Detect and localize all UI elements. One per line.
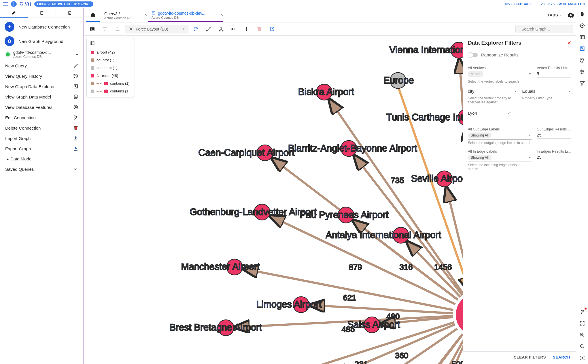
zoom-in-icon[interactable] bbox=[578, 331, 586, 339]
zoom-out-icon[interactable] bbox=[578, 343, 586, 350]
legend-swatch-icon bbox=[104, 90, 108, 93]
sliders-icon[interactable] bbox=[578, 68, 586, 75]
randomize-toggle[interactable] bbox=[468, 53, 478, 57]
svg-text:Biarritz-Anglet-Bayonne Airpor: Biarritz-Anglet-Bayonne Airport bbox=[288, 143, 417, 153]
graph-search-input[interactable] bbox=[521, 26, 572, 32]
filter-desc-icon bbox=[100, 24, 110, 34]
edge-icon[interactable] bbox=[229, 24, 239, 34]
close-icon[interactable]: × bbox=[143, 12, 149, 17]
filter-asc-icon bbox=[112, 24, 123, 34]
svg-text:Saiss Airport: Saiss Airport bbox=[347, 319, 400, 330]
new-graph-playground[interactable]: New Graph Playground bbox=[0, 34, 84, 48]
map-icon[interactable] bbox=[90, 41, 95, 46]
explorer-icon[interactable] bbox=[578, 45, 586, 52]
graph-canvas[interactable]: airport (42)country (1)continent (1)↻rou… bbox=[84, 36, 576, 364]
svg-text:Antalya International Airport: Antalya International Airport bbox=[326, 230, 441, 240]
menu-saved-queries[interactable]: Saved Queries bbox=[0, 164, 84, 174]
legend-swatch-icon bbox=[91, 90, 94, 93]
tabs-dropdown[interactable]: TABS bbox=[548, 13, 563, 17]
close-icon[interactable]: ✕ bbox=[567, 40, 571, 46]
tab-query3[interactable]: Query3 * Azure Cosmos DB × bbox=[101, 8, 147, 22]
svg-point-165 bbox=[581, 70, 582, 71]
vertex-property-select[interactable]: city bbox=[468, 88, 517, 95]
legend-item[interactable]: ▸contains (1) bbox=[87, 87, 134, 95]
changelog-link[interactable]: V3.0.0 - VIEW CHANGE LOG bbox=[540, 2, 585, 6]
clear-filters-button[interactable]: CLEAR FILTERS bbox=[514, 355, 546, 359]
svg-text:Pau Pyrenees Airport: Pau Pyrenees Airport bbox=[300, 209, 388, 220]
menu-icon[interactable] bbox=[3, 2, 8, 6]
sidebar: + New Database Connection New Graph Play… bbox=[0, 8, 84, 364]
star-icon bbox=[73, 105, 78, 110]
target-icon[interactable] bbox=[578, 22, 586, 29]
funnel-icon[interactable] bbox=[578, 79, 586, 87]
svg-point-6 bbox=[74, 95, 77, 96]
menu-export-graph[interactable]: Export Graph bbox=[0, 143, 84, 154]
tree-icon[interactable] bbox=[216, 24, 226, 34]
graph-search[interactable] bbox=[515, 25, 573, 33]
connection-item[interactable]: gdotv-ltd-cosmos-d... Azure Cosmos DB bbox=[0, 48, 84, 60]
close-icon[interactable]: × bbox=[219, 12, 225, 17]
svg-point-19 bbox=[221, 27, 222, 28]
mouse-icon[interactable] bbox=[578, 10, 586, 18]
help-icon[interactable]: ? bbox=[578, 308, 586, 316]
svg-point-170 bbox=[582, 357, 583, 358]
out-edge-select[interactable]: Showing All bbox=[468, 131, 532, 140]
side-tab-connections[interactable] bbox=[0, 8, 28, 18]
export-icon[interactable] bbox=[267, 24, 277, 34]
filter-type-select[interactable]: Equals bbox=[522, 88, 572, 95]
side-tab-clipboard[interactable] bbox=[28, 8, 56, 18]
menu-data-explorer[interactable]: New Graph Data Explorer bbox=[0, 81, 84, 92]
give-feedback-link[interactable]: GIVE FEEDBACK bbox=[505, 2, 532, 6]
filter-value-input[interactable] bbox=[468, 109, 511, 117]
fit-icon[interactable] bbox=[578, 354, 586, 362]
menu-db-features[interactable]: View Database Features bbox=[0, 102, 84, 112]
legend-item[interactable]: country (1) bbox=[87, 56, 134, 64]
upload-icon bbox=[73, 136, 78, 141]
search-button[interactable]: SEARCH bbox=[553, 355, 570, 359]
menu-new-query[interactable]: New Query bbox=[0, 60, 84, 71]
legend-item[interactable]: ↻route (48) bbox=[87, 72, 134, 79]
refresh-icon[interactable] bbox=[191, 24, 201, 34]
palette-icon[interactable] bbox=[578, 56, 586, 64]
svg-point-17 bbox=[207, 30, 207, 31]
vertex-limit-input[interactable] bbox=[537, 70, 571, 77]
svg-point-164 bbox=[583, 60, 583, 60]
legend-swatch-icon bbox=[91, 82, 94, 85]
settings-icon[interactable] bbox=[567, 12, 574, 19]
legend-edge-icon: ▸ bbox=[97, 81, 102, 86]
trash-icon bbox=[73, 125, 78, 130]
out-limit-input[interactable] bbox=[537, 131, 571, 139]
expand-icon[interactable]: ⤢ bbox=[508, 111, 511, 115]
side-tab-tasks[interactable] bbox=[56, 8, 84, 18]
add-icon[interactable] bbox=[241, 24, 252, 34]
svg-text:231: 231 bbox=[355, 360, 368, 364]
download-icon bbox=[73, 146, 78, 151]
path-icon[interactable] bbox=[203, 24, 214, 34]
menu-data-model-tree[interactable]: Data Model ▸ bbox=[0, 154, 84, 164]
menu-edit-connection[interactable]: Edit Connection bbox=[0, 112, 84, 123]
database-icon bbox=[73, 94, 78, 99]
graph-legend: airport (42)country (1)continent (1)↻rou… bbox=[86, 38, 134, 97]
vertex-labels-select[interactable]: airport bbox=[468, 70, 532, 78]
fullscreen-icon[interactable] bbox=[578, 320, 586, 327]
menu-query-history[interactable]: View Query History bbox=[0, 71, 84, 81]
home-tab[interactable] bbox=[86, 8, 100, 22]
in-edge-select[interactable]: Showing All bbox=[468, 153, 532, 162]
menu-delete-connection[interactable]: Delete Connection bbox=[0, 123, 84, 133]
in-limit-input[interactable] bbox=[537, 153, 571, 161]
layout-dropdown[interactable]: Force Layout (D3) bbox=[125, 25, 188, 33]
menu-data-model[interactable]: View Graph Data Model bbox=[0, 92, 84, 102]
legend-item[interactable]: airport (42) bbox=[87, 48, 134, 56]
svg-text:1456: 1456 bbox=[434, 263, 452, 272]
legend-item[interactable]: ▸contains (1) bbox=[87, 79, 134, 87]
new-database-connection[interactable]: + New Database Connection bbox=[0, 20, 84, 34]
svg-point-167 bbox=[581, 73, 582, 73]
menu-import-graph[interactable]: Import Graph bbox=[0, 133, 84, 143]
table-icon[interactable] bbox=[578, 33, 586, 41]
image-icon[interactable] bbox=[87, 24, 97, 34]
legend-swatch-icon bbox=[91, 66, 94, 70]
svg-point-12 bbox=[129, 27, 130, 28]
tab-explorer[interactable]: gdotv-ltd-cosmos-db-dev.... Azure Cosmos… bbox=[148, 8, 223, 22]
plus-icon: + bbox=[5, 22, 14, 32]
legend-item[interactable]: continent (1) bbox=[87, 64, 134, 72]
